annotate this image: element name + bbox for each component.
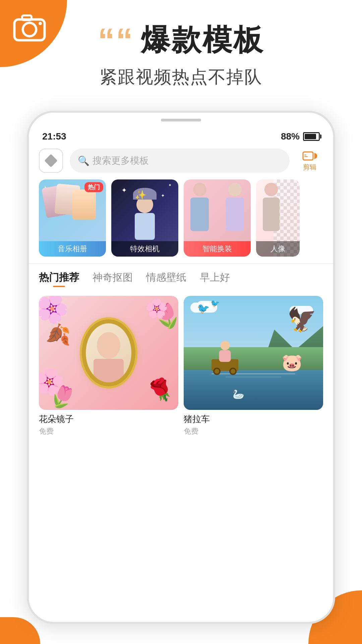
svg-rect-6 — [304, 155, 306, 155]
quote-icon: ““ — [98, 23, 134, 57]
svg-rect-7 — [304, 156, 308, 157]
search-icon: 🔍 — [78, 155, 88, 166]
template-card-3[interactable]: 智能换装 — [184, 179, 251, 257]
content-card-2[interactable]: 🦢 🦅 — [184, 296, 323, 436]
content-grid: 🌸 🌷 🌸 🌹 🍂 🌸 🌷 花朵镜子 免费 — [29, 290, 333, 442]
search-input-wrap[interactable]: 🔍 搜索更多模板 — [70, 149, 290, 173]
battery-fill — [305, 134, 316, 139]
status-right: 88% — [281, 131, 320, 142]
status-bar: 21:53 88% — [29, 113, 333, 145]
category-tabs: 热门推荐 神奇抠图 情感壁纸 早上好 — [29, 267, 333, 290]
divider-1 — [29, 263, 333, 264]
diamond-button[interactable] — [39, 149, 63, 173]
svg-point-3 — [39, 22, 42, 25]
subtitle-text: 紧跟视频热点不掉队 — [0, 65, 362, 89]
tab-good-morning[interactable]: 早上好 — [200, 271, 230, 287]
card-1-tag: 免费 — [39, 426, 178, 436]
template-label-4: 人像 — [256, 241, 300, 257]
phone-frame: 21:53 88% 🔍 搜索更多模板 剪辑 — [27, 111, 335, 624]
card-1-title: 花朵镜子 — [39, 413, 178, 425]
tab-magic-cutout[interactable]: 神奇抠图 — [93, 271, 133, 287]
time-display: 21:53 — [42, 131, 66, 142]
video-edit-icon — [302, 150, 317, 162]
search-area: 🔍 搜索更多模板 剪辑 — [29, 145, 333, 176]
svg-rect-4 — [303, 152, 313, 160]
title-text: 爆款模板 — [141, 20, 264, 60]
camera-icon — [13, 13, 50, 43]
battery-icon — [303, 132, 320, 141]
templates-row: ♪ 热门 音乐相册 ✦ ✦ ✦ — [29, 176, 333, 260]
template-card-4[interactable]: 人像 — [256, 179, 300, 257]
template-label-2: 特效相机 — [111, 241, 178, 257]
diamond-icon — [44, 154, 58, 167]
header-section: ““ 爆款模板 紧跟视频热点不掉队 — [0, 20, 362, 89]
svg-rect-2 — [22, 15, 32, 20]
flower-mirror-image: 🌸 🌷 🌸 🌹 🍂 🌸 🌷 — [39, 296, 178, 410]
corner-decoration-bottom-left — [0, 617, 40, 644]
template-card-2[interactable]: ✦ ✦ ✦ ✨ 特效相机 — [111, 179, 178, 257]
edit-button[interactable]: 剪辑 — [296, 149, 323, 173]
hot-badge-1: 热门 — [84, 182, 103, 192]
svg-point-1 — [23, 23, 36, 36]
nature-image: 🦢 🦅 — [184, 296, 323, 410]
svg-marker-5 — [314, 153, 317, 159]
battery-percent: 88% — [281, 131, 300, 142]
card-2-tag: 免费 — [184, 426, 323, 436]
page-title: ““ 爆款模板 — [0, 20, 362, 60]
template-card-1[interactable]: ♪ 热门 音乐相册 — [39, 179, 106, 257]
phone-notch — [161, 119, 201, 121]
content-card-1[interactable]: 🌸 🌷 🌸 🌹 🍂 🌸 🌷 花朵镜子 免费 — [39, 296, 178, 436]
tab-hot-recommend[interactable]: 热门推荐 — [39, 271, 79, 287]
template-label-1: 音乐相册 — [39, 241, 106, 257]
card-2-title: 猪拉车 — [184, 413, 323, 425]
edit-label: 剪辑 — [303, 163, 316, 172]
tab-emotional-wallpaper[interactable]: 情感壁纸 — [146, 271, 186, 287]
search-placeholder: 搜索更多模板 — [93, 154, 149, 167]
template-label-3: 智能换装 — [184, 241, 251, 257]
